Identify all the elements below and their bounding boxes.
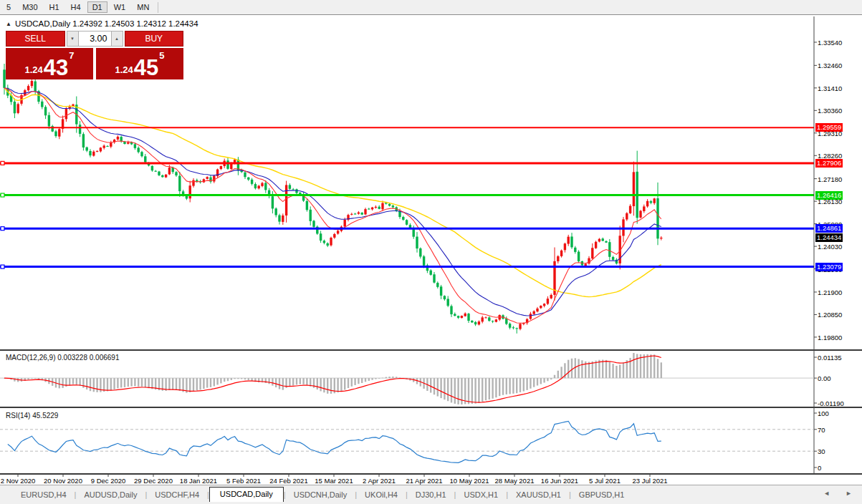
macd-axis-label: -0.01190 [818, 399, 844, 407]
date-tick-label: 24 Feb 2021 [269, 477, 307, 485]
tab-xauusd-h1[interactable]: XAUUSD,H1 [508, 488, 569, 502]
timeframe-H4[interactable]: H4 [66, 1, 86, 13]
buy-price[interactable]: 1.24 45 5 [96, 48, 183, 79]
rsi-axis-label: 0 [818, 464, 821, 472]
macd-label: MACD(12,26,9) 0.003228 0.006691 [6, 354, 119, 362]
date-tick-label: 18 Jan 2021 [180, 477, 217, 485]
rsi-label: RSI(14) 45.5229 [6, 412, 58, 420]
timeframe-D1[interactable]: D1 [87, 1, 107, 13]
hline-price-label: 1.24861 [815, 224, 843, 233]
date-tick-label: 2 Nov 2020 [1, 477, 36, 485]
chart-tabs: EURUSD,H4|AUDUSD,Daily|USDCHF,H4|USDCAD,… [0, 485, 862, 502]
timeframe-M30[interactable]: M30 [17, 1, 42, 13]
date-tick-label: 10 May 2021 [450, 477, 489, 485]
toolbar-separator [158, 2, 158, 13]
macd-axis-label: 0.00 [818, 374, 831, 382]
date-tick-label: 21 Apr 2021 [406, 477, 442, 485]
macd-axis-label: 0.01135 [818, 354, 842, 362]
price-tick-label: 1.21900 [818, 289, 842, 296]
hline-price-label: 1.26416 [815, 191, 843, 200]
collapse-arrow-icon[interactable]: ▲ [6, 21, 11, 27]
sell-button[interactable]: SELL [6, 31, 65, 47]
tab-usdchf-h4[interactable]: USDCHF,H4 [147, 488, 207, 502]
tab-gbpusd-h1[interactable]: GBPUSD,H1 [571, 488, 633, 502]
tab-eurusd-h4[interactable]: EURUSD,H4 [13, 488, 75, 502]
price-tick-label: 1.20850 [818, 311, 842, 319]
date-tick-label: 28 May 2021 [495, 477, 535, 485]
price-tick-label: 1.32460 [818, 62, 842, 69]
tab-usdcad-daily[interactable]: USDCAD,Daily [209, 487, 284, 502]
timeframe-5[interactable]: 5 [1, 1, 16, 13]
timeframe-toolbar: 5M30H1H4D1W1MN [0, 0, 862, 14]
tab-scroll-right-icon[interactable]: ► [846, 490, 852, 497]
one-click-trading-panel: SELL ▼ ▲ BUY 1.24 43 7 1.24 45 5 [6, 31, 183, 79]
ohlc-low: 1.24312 [136, 19, 166, 28]
tab-ukoil-h4[interactable]: UKOil,H4 [357, 488, 406, 502]
date-tick-label: 29 Dec 2020 [134, 477, 173, 485]
price-chart[interactable] [0, 15, 862, 485]
date-tick-label: 5 Jul 2021 [589, 477, 621, 485]
price-tick-label: 1.27180 [818, 175, 842, 183]
hline-price-label: 1.29559 [815, 123, 843, 132]
tab-usdcnh-daily[interactable]: USDCNH,Daily [286, 488, 355, 502]
ohlc-open: 1.24392 [72, 19, 102, 28]
hline-price-label: 1.23079 [815, 263, 843, 271]
date-tick-label: 15 Mar 2021 [315, 477, 353, 485]
volume-stepper: ▼ ▲ [67, 31, 123, 47]
date-tick-label: 20 Nov 2020 [44, 477, 82, 485]
buy-button[interactable]: BUY [125, 31, 184, 47]
tab-dj30-h1[interactable]: DJ30,H1 [408, 488, 454, 502]
chart-window: ▲USDCAD,Daily1.243921.245031.243121.2443… [0, 14, 862, 485]
chart-symbol: USDCAD,Daily [15, 19, 70, 28]
sell-price[interactable]: 1.24 43 7 [6, 48, 93, 79]
tab-usdx-h1[interactable]: USDX,H1 [456, 488, 506, 502]
hline-price-label: 1.27906 [815, 159, 843, 168]
chart-title: ▲USDCAD,Daily1.243921.245031.243121.2443… [6, 19, 201, 28]
price-tick-label: 1.31410 [818, 84, 842, 92]
volume-input[interactable] [79, 31, 111, 47]
tab-scrollers: ◄ ► [813, 490, 862, 502]
ohlc-high: 1.24503 [105, 19, 135, 28]
current-price-label: 1.24434 [815, 233, 843, 242]
price-tick-label: 1.19800 [818, 334, 842, 341]
volume-increase-button[interactable]: ▲ [111, 31, 123, 47]
timeframe-MN[interactable]: MN [132, 1, 154, 13]
price-tick-label: 1.30360 [818, 107, 842, 115]
tab-scroll-left-icon[interactable]: ◄ [823, 490, 830, 497]
rsi-axis-label: 70 [818, 426, 825, 434]
rsi-axis-label: 30 [818, 447, 825, 455]
date-tick-label: 2 Apr 2021 [363, 477, 396, 485]
date-tick-label: 9 Dec 2020 [91, 477, 126, 485]
price-tick-label: 1.33540 [818, 39, 842, 47]
timeframe-W1[interactable]: W1 [109, 1, 131, 13]
date-tick-label: 5 Feb 2021 [226, 477, 261, 485]
date-tick-label: 16 Jun 2021 [541, 477, 578, 485]
ohlc-close: 1.24434 [168, 19, 198, 28]
rsi-axis-label: 100 [818, 410, 829, 417]
price-tick-label: 1.24030 [818, 243, 842, 251]
tab-audusd-daily[interactable]: AUDUSD,Daily [76, 488, 145, 502]
date-tick-label: 23 Jul 2021 [632, 477, 667, 485]
volume-decrease-button[interactable]: ▼ [67, 31, 79, 47]
timeframe-H1[interactable]: H1 [44, 1, 64, 13]
